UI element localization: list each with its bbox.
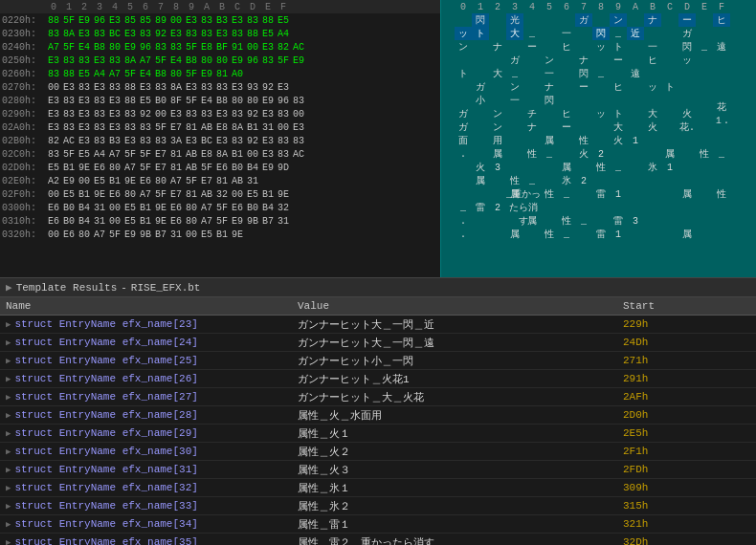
- result-start-33: 315h: [617, 497, 756, 514]
- template-results-header: ▶ Template Results - RISE_EFX.bt: [0, 278, 756, 297]
- text-row[interactable]: ト 大 _ 一 閃 _ 遠: [441, 67, 756, 80]
- result-value-27: ガンナーヒット＿大＿火花: [292, 387, 617, 407]
- result-row-28[interactable]: ▶ struct EntryName efx_name[28] 属性＿火＿水面用…: [0, 406, 756, 425]
- row-expander-icon: ▶: [6, 338, 11, 348]
- hex-data-row[interactable]: 02F0h: 00 E5 B1 9E E6 80 A7 5F E7 81 AB …: [0, 187, 440, 201]
- result-row-33[interactable]: ▶ struct EntryName efx_name[33] 属性＿氷２ 31…: [0, 497, 756, 515]
- result-start-30: 2F1h: [617, 443, 756, 460]
- expand-arrow-icon: ▶: [6, 281, 12, 294]
- text-row[interactable]: . 属 性 _ 雷 1 属: [441, 228, 756, 241]
- result-start-32: 309h: [617, 479, 756, 496]
- result-name-23: ▶ struct EntryName efx_name[23]: [0, 316, 292, 333]
- text-row[interactable]: 閃 光 ガ ン ナ ー ヒ: [441, 13, 756, 27]
- result-row-29[interactable]: ▶ struct EntryName efx_name[29] 属性＿火１ 2E…: [0, 425, 756, 443]
- hex-data-row[interactable]: 02A0h: E3 83 E3 83 E3 83 83 5F E7 81 AB …: [0, 120, 440, 134]
- text-row[interactable]: _ 雷 2 _重かったら消す: [441, 201, 756, 214]
- text-row[interactable]: ガ ン ナ ー ヒ ッ: [441, 54, 756, 67]
- result-value-31: 属性＿火３: [292, 460, 617, 480]
- hex-data-row[interactable]: 0280h: E3 83 E3 83 E3 88 E5 B0 8F 5F E4 …: [0, 94, 440, 107]
- hex-data-row[interactable]: 0310h: E6 B0 B4 31 00 E5 B1 9E E6 80 A7 …: [0, 214, 440, 228]
- text-panel-header: 0 1 2 3 4 5 6 7 8 9 A B C D E F: [441, 0, 756, 13]
- hex-data-row[interactable]: 0240h: A7 5F E4 B8 80 E9 96 83 83 5F E8 …: [0, 40, 440, 54]
- result-start-25: 271h: [617, 352, 756, 369]
- text-row[interactable]: 火 3 属 性 _ 氷 1: [441, 161, 756, 174]
- hex-data-row[interactable]: 0260h: 83 88 E5 A4 A7 5F E4 B8 80 5F E9 …: [0, 67, 440, 80]
- result-name-27: ▶ struct EntryName efx_name[27]: [0, 388, 292, 405]
- hex-data-row[interactable]: 0320h: 00 E6 80 A7 5F E9 9B B7 31 00 E5 …: [0, 228, 440, 241]
- column-header-start: Start: [617, 297, 756, 315]
- result-row-30[interactable]: ▶ struct EntryName efx_name[30] 属性＿火２ 2F…: [0, 443, 756, 461]
- text-row[interactable]: 面 用 属 性 火 1: [441, 134, 756, 147]
- result-row-32[interactable]: ▶ struct EntryName efx_name[32] 属性＿氷１ 30…: [0, 479, 756, 497]
- hex-data-row[interactable]: 0220h: 88 5F E9 96 E3 85 85 89 00 E3 83 …: [0, 13, 440, 27]
- result-row-24[interactable]: ▶ struct EntryName efx_name[24] ガンナーヒット大…: [0, 334, 756, 352]
- text-row[interactable]: ガ ン ナ ー 大 火 花.: [441, 120, 756, 134]
- hex-data-row[interactable]: 02C0h: 83 5F E5 A4 A7 5F 5F E7 81 AB E8 …: [0, 147, 440, 161]
- text-row[interactable]: ン ナ ー ヒ ッ ト 一 閃 _ 遠: [441, 40, 756, 54]
- result-row-35[interactable]: ▶ struct EntryName efx_name[35] 属性＿雷２＿重か…: [0, 534, 756, 545]
- result-value-26: ガンナーヒット＿火花1: [292, 369, 617, 389]
- text-row[interactable]: ガ ン チ ヒ ッ ト 大 火 花１.: [441, 107, 756, 120]
- result-name-24: ▶ struct EntryName efx_name[24]: [0, 334, 292, 351]
- hex-data-row[interactable]: 0300h: E6 B0 B4 31 00 E5 B1 9E E6 80 A7 …: [0, 201, 440, 214]
- result-start-26: 291h: [617, 370, 756, 387]
- result-value-32: 属性＿氷１: [292, 478, 617, 498]
- text-row[interactable]: ガ ン ナ ー ヒ ッ ト: [441, 80, 756, 94]
- template-results-section: ▶ Template Results - RISE_EFX.bt Name Va…: [0, 277, 756, 545]
- hex-data-row[interactable]: 0290h: E3 83 E3 83 E3 83 92 00 E3 83 83 …: [0, 107, 440, 120]
- result-value-29: 属性＿火１: [292, 424, 617, 444]
- row-expander-icon: ▶: [6, 374, 11, 384]
- text-row[interactable]: . 属 性 _ 雷 3: [441, 214, 756, 228]
- result-row-34[interactable]: ▶ struct EntryName efx_name[34] 属性＿雷１ 32…: [0, 515, 756, 534]
- result-row-31[interactable]: ▶ struct EntryName efx_name[31] 属性＿火３ 2F…: [0, 461, 756, 479]
- result-row-23[interactable]: ▶ struct EntryName efx_name[23] ガンナーヒット大…: [0, 316, 756, 334]
- result-value-35: 属性＿雷２＿重かったら消す: [292, 533, 617, 546]
- hex-data-row[interactable]: 02D0h: E5 B1 9E E6 80 A7 5F E7 81 AB 5F …: [0, 161, 440, 174]
- result-start-34: 321h: [617, 515, 756, 533]
- result-name-31: ▶ struct EntryName efx_name[31]: [0, 461, 292, 478]
- row-expander-icon: ▶: [6, 319, 11, 330]
- result-name-35: ▶ struct EntryName efx_name[35]: [0, 534, 292, 545]
- result-row-25[interactable]: ▶ struct EntryName efx_name[25] ガンナーヒット小…: [0, 352, 756, 370]
- row-expander-icon: ▶: [6, 501, 11, 512]
- hex-editor: 0 1 2 3 4 5 6 7 8 9 A B C D E F 0220h: 8…: [0, 0, 756, 277]
- hex-data-row[interactable]: 0250h: E3 83 83 E3 83 8A A7 5F E4 B8 80 …: [0, 54, 440, 67]
- row-expander-icon: ▶: [6, 356, 11, 366]
- result-name-26: ▶ struct EntryName efx_name[26]: [0, 370, 292, 387]
- row-expander-icon: ▶: [6, 465, 11, 475]
- text-panel: 0 1 2 3 4 5 6 7 8 9 A B C D E F 閃 光: [440, 0, 756, 277]
- row-expander-icon: ▶: [6, 447, 11, 457]
- result-row-27[interactable]: ▶ struct EntryName efx_name[27] ガンナーヒット＿…: [0, 388, 756, 406]
- results-body[interactable]: ▶ struct EntryName efx_name[23] ガンナーヒット大…: [0, 316, 756, 545]
- text-row[interactable]: 小 一 閃: [441, 94, 756, 107]
- text-row[interactable]: 属 性 _ 氷 2: [441, 174, 756, 187]
- hex-data-row[interactable]: 0230h: 83 8A E3 83 BC E3 83 92 E3 83 83 …: [0, 27, 440, 40]
- hex-data-row[interactable]: 02E0h: A2 E9 00 E5 B1 9E E6 80 A7 5F E7 …: [0, 174, 440, 187]
- result-name-28: ▶ struct EntryName efx_name[28]: [0, 406, 292, 424]
- results-table-header: Name Value Start: [0, 297, 756, 316]
- text-row[interactable]: 属 性 _ 雷 1 属 性: [441, 187, 756, 201]
- row-expander-icon: ▶: [6, 537, 11, 546]
- hex-data-row[interactable]: 0270h: 00 E3 83 E3 83 88 E3 83 8A E3 83 …: [0, 80, 440, 94]
- text-row[interactable]: ッ ト 大 _ 一 閃 _ 近 ガ: [441, 27, 756, 40]
- result-row-26[interactable]: ▶ struct EntryName efx_name[26] ガンナーヒット＿…: [0, 370, 756, 388]
- result-start-24: 24Dh: [617, 334, 756, 351]
- result-start-23: 229h: [617, 316, 756, 333]
- hex-data-row[interactable]: 02B0h: 82 AC E3 83 B3 E3 83 83 3A E3 BC …: [0, 134, 440, 147]
- result-value-24: ガンナーヒット大＿一閃＿遠: [292, 333, 617, 353]
- result-start-27: 2AFh: [617, 388, 756, 405]
- result-name-30: ▶ struct EntryName efx_name[30]: [0, 443, 292, 460]
- result-value-30: 属性＿火２: [292, 442, 617, 462]
- hex-column-headers: 0 1 2 3 4 5 6 7 8 9 A B C D E F: [0, 0, 440, 13]
- result-value-33: 属性＿氷２: [292, 496, 617, 516]
- result-start-35: 32Dh: [617, 534, 756, 545]
- result-name-25: ▶ struct EntryName efx_name[25]: [0, 352, 292, 369]
- result-name-33: ▶ struct EntryName efx_name[33]: [0, 497, 292, 514]
- text-row[interactable]: . 属 性 _ 火 2 属 性 _: [441, 147, 756, 161]
- column-header-name: Name: [0, 297, 292, 315]
- row-expander-icon: ▶: [6, 519, 11, 530]
- result-value-34: 属性＿雷１: [292, 514, 617, 534]
- row-expander-icon: ▶: [6, 392, 11, 403]
- template-results-title: Template Results: [16, 282, 118, 294]
- hex-bytes-panel: 0 1 2 3 4 5 6 7 8 9 A B C D E F 0220h: 8…: [0, 0, 440, 277]
